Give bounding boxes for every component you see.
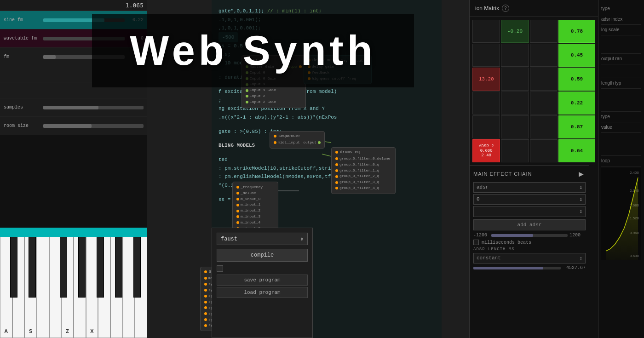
- piano-key-7[interactable]: [74, 237, 86, 338]
- app-title: Web Synth: [130, 27, 376, 74]
- dot-d2: [335, 163, 338, 166]
- piano-teal-bar: [0, 228, 147, 237]
- piano-key-10[interactable]: [110, 237, 123, 338]
- matrix-cell-6-1[interactable]: ADSR 2 0.600 2.40: [472, 139, 500, 162]
- constant-slider-track[interactable]: [473, 267, 561, 269]
- matrix-val-neg020: -0.20: [507, 29, 523, 34]
- dot-f1: [236, 186, 239, 189]
- piano-key-z-label: Z: [66, 328, 69, 334]
- right-panel: ion Matrix ? -0.20 0.78 0.45 13.20: [469, 0, 644, 338]
- matrix-val-064: 0.64: [571, 148, 583, 154]
- matrix-cell-3-4[interactable]: 0.59: [558, 68, 595, 91]
- drums-eq-node: drums eq group_0_filter_0_delune group_0…: [331, 147, 396, 194]
- code-line-16: : pm.strikeModel(10,strikeCutoff,stri: [218, 164, 435, 173]
- adsr-select-label: adsr: [477, 184, 489, 190]
- matrix-cell-5-1[interactable]: [472, 115, 500, 138]
- matrix-cell-2-1[interactable]: [472, 44, 500, 67]
- matrix-cell-4-1[interactable]: [472, 92, 500, 115]
- matrix-cell-4-2[interactable]: [501, 92, 529, 115]
- effect-chain-header: MAIN EFFECT CHAIN ▶: [473, 169, 586, 178]
- room-size-slider[interactable]: [43, 124, 144, 128]
- mixer-input2-gain: Input 2 Gain: [246, 99, 302, 105]
- piano-key-2[interactable]: [12, 237, 25, 338]
- piano-key-s[interactable]: S: [24, 237, 37, 338]
- right-matrix: ion Matrix ? -0.20 0.78 0.45 13.20: [469, 0, 598, 338]
- sidebar-type-2: type: [601, 112, 641, 122]
- sidebar-length-type: length typ: [601, 78, 641, 89]
- matrix-cell-3-2[interactable]: [501, 68, 529, 91]
- constant-select[interactable]: constant ⇕: [473, 253, 586, 264]
- filter-input-2: m_input_2: [236, 208, 274, 214]
- matrix-adsr2-label: ADSR 2: [479, 144, 494, 149]
- wavetable-fm-label: wavetable fm: [4, 36, 40, 41]
- sidebar-adsr-index: adsr index: [601, 14, 641, 25]
- faust-compile-label: compile: [251, 252, 274, 258]
- matrix-cell-5-3[interactable]: [530, 115, 558, 138]
- matrix-cell-2-3[interactable]: [530, 44, 558, 67]
- faust-load-button[interactable]: load program: [217, 287, 308, 298]
- drums-filter-0-q: group_0_filter_0_q: [335, 162, 391, 168]
- matrix-cell-4-3[interactable]: [530, 92, 558, 115]
- play-button[interactable]: ▶: [576, 169, 586, 178]
- samples-slider[interactable]: [43, 106, 144, 109]
- dot-f4: [236, 204, 239, 206]
- drums-filter-1-q: group_0_filter_1_q: [335, 168, 391, 174]
- constant-slider-fill: [473, 267, 543, 269]
- range-slider[interactable]: [491, 234, 568, 237]
- matrix-cell-5-2[interactable]: [501, 115, 529, 138]
- matrix-cell-3-1[interactable]: 13.20: [472, 68, 500, 91]
- faust-language-select[interactable]: faust ⇕: [217, 233, 308, 245]
- matrix-help-icon[interactable]: ?: [502, 5, 509, 12]
- value-select[interactable]: 0 ⇕: [473, 194, 586, 205]
- sidebar-label-log-scale: log scale: [601, 27, 619, 32]
- dot-green-6: [246, 95, 248, 97]
- matrix-cell-6-3[interactable]: [530, 139, 558, 162]
- ms-checkbox[interactable]: [473, 240, 479, 245]
- matrix-cell-1-3[interactable]: [530, 20, 558, 43]
- matrix-cell-6-4[interactable]: 0.64: [558, 139, 595, 162]
- piano-key-11[interactable]: [123, 237, 135, 338]
- dot-d3: [335, 169, 338, 172]
- faust-save-button[interactable]: save program: [217, 275, 308, 286]
- dot-f3: [236, 198, 239, 201]
- constant-value-row: 4527.67: [473, 265, 586, 270]
- piano-key-x[interactable]: X: [86, 237, 98, 338]
- empty-select[interactable]: ⇕: [473, 206, 586, 217]
- faust-save-label: save program: [244, 277, 280, 283]
- filter-input-3: m_input_3: [236, 214, 274, 220]
- piano-key-9[interactable]: [98, 237, 110, 338]
- piano-key-4[interactable]: [37, 237, 49, 338]
- piano-key-a[interactable]: A: [0, 237, 12, 338]
- faust-select-arrow: ⇕: [300, 235, 304, 242]
- faust-compile-button[interactable]: compile: [217, 249, 308, 262]
- matrix-cell-6-2[interactable]: [501, 139, 529, 162]
- dot-green-7: [246, 101, 248, 103]
- matrix-cell-2-4[interactable]: 0.45: [558, 44, 595, 67]
- drums-filter-2-q: group_0_filter_2_q: [335, 173, 391, 179]
- spacer-3: [218, 122, 435, 127]
- matrix-cell-3-3[interactable]: [530, 68, 558, 91]
- faust-panel: faust ⇕ compile save program load progra…: [212, 228, 313, 338]
- dot-s4: [204, 295, 207, 298]
- piano: A S Z X: [0, 228, 147, 338]
- piano-key-5[interactable]: [49, 237, 62, 338]
- beats-label: beats: [518, 240, 531, 245]
- range-max: 1200: [569, 233, 586, 238]
- adsr-length-label: ADSR LENGTH MS: [473, 247, 586, 252]
- add-adsr-button[interactable]: add adsr: [473, 219, 586, 230]
- matrix-cell-4-4[interactable]: 0.22: [558, 92, 595, 115]
- code-line-13: gate : >(0.85) : int;: [218, 127, 435, 136]
- drums-filter-3-q: group_0_filter_3_q: [335, 179, 391, 185]
- matrix-cell-5-4[interactable]: 0.87: [558, 115, 595, 138]
- sidebar-label-type-2: type: [601, 114, 610, 119]
- constant-arrow: ⇕: [579, 255, 582, 261]
- adsr-select[interactable]: adsr ⇕: [473, 182, 586, 193]
- piano-key-12[interactable]: [135, 237, 147, 338]
- matrix-cell-2-2[interactable]: [501, 44, 529, 67]
- matrix-cell-1-2[interactable]: -0.20: [501, 20, 529, 43]
- matrix-cell-1-1[interactable]: [472, 20, 500, 43]
- faust-checkbox[interactable]: [217, 265, 223, 272]
- matrix-cell-1-4[interactable]: 0.78: [558, 20, 595, 43]
- piano-key-z[interactable]: Z: [61, 237, 74, 338]
- matrix-grid: -0.20 0.78 0.45 13.20 0.59: [470, 17, 598, 165]
